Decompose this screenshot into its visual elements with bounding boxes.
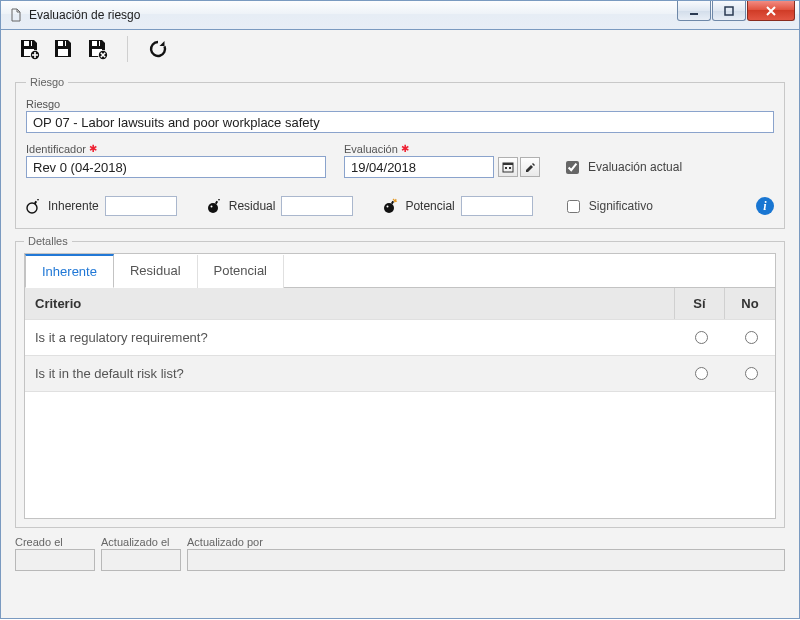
actualizado-label: Actualizado el (101, 536, 181, 548)
tab-residual[interactable]: Residual (114, 255, 198, 288)
svg-point-21 (208, 203, 218, 213)
required-icon: ✱ (401, 143, 409, 154)
document-icon (9, 8, 23, 22)
tab-inherente[interactable]: Inherente (25, 254, 114, 288)
save-new-button[interactable] (17, 37, 41, 61)
svg-rect-8 (63, 41, 65, 46)
svg-rect-9 (58, 49, 68, 56)
toolbar (1, 36, 799, 70)
svg-rect-1 (725, 7, 733, 15)
svg-rect-0 (690, 13, 698, 15)
save-delete-button[interactable] (85, 37, 109, 61)
toolbar-separator (127, 36, 128, 62)
creado-value (15, 549, 95, 571)
table-row: Is it a regulatory requirement? (25, 320, 775, 356)
potencial-value-input[interactable] (461, 196, 533, 216)
cell-criterio: Is it in the default risk list? (25, 358, 675, 389)
identificador-input[interactable] (26, 156, 326, 178)
svg-point-26 (387, 206, 389, 208)
cell-criterio: Is it a regulatory requirement? (25, 322, 675, 353)
radio-si[interactable] (695, 367, 708, 380)
evaluacion-actual-checkbox[interactable]: Evaluación actual (562, 156, 682, 178)
inherente-value-input[interactable] (105, 196, 177, 216)
actualizado-por-label: Actualizado por (187, 536, 785, 548)
edit-date-icon[interactable] (520, 157, 540, 177)
minimize-button[interactable] (677, 1, 711, 21)
col-si: Sí (675, 288, 725, 319)
svg-rect-18 (509, 167, 511, 169)
potencial-risk-label: Potencial (405, 199, 454, 213)
refresh-button[interactable] (146, 37, 170, 61)
evaluacion-label: Evaluación✱ (344, 143, 540, 155)
evaluacion-actual-input[interactable] (566, 161, 579, 174)
riesgo-label: Riesgo (26, 98, 774, 110)
riesgo-legend: Riesgo (26, 76, 68, 88)
creado-label: Creado el (15, 536, 95, 548)
actualizado-por-value (187, 549, 785, 571)
required-icon: ✱ (89, 143, 97, 154)
window-title: Evaluación de riesgo (29, 8, 140, 22)
tabstrip: Inherente Residual Potencial (25, 254, 775, 288)
tab-potencial[interactable]: Potencial (198, 255, 284, 288)
potencial-indicator: Potencial (383, 196, 532, 216)
significativo-checkbox[interactable]: Significativo (563, 197, 653, 216)
maximize-button[interactable] (712, 1, 746, 21)
significativo-label: Significativo (589, 199, 653, 213)
svg-rect-16 (503, 163, 513, 165)
radio-no[interactable] (745, 367, 758, 380)
app-body: Riesgo Riesgo Identificador✱ Evaluación✱ (0, 30, 800, 619)
svg-point-23 (210, 206, 212, 208)
radio-no[interactable] (745, 331, 758, 344)
detalles-tabs: Inherente Residual Potencial Criterio Sí… (24, 253, 776, 519)
grid-body: Is it a regulatory requirement? Is it in… (25, 320, 775, 518)
criteria-grid: Criterio Sí No Is it a regulatory requir… (25, 288, 775, 518)
bomb-icon (383, 198, 399, 214)
svg-rect-3 (29, 41, 31, 46)
residual-indicator: Residual (207, 196, 354, 216)
evaluacion-actual-label: Evaluación actual (588, 160, 682, 174)
detalles-legend: Detalles (24, 235, 72, 247)
inherente-risk-label: Inherente (48, 199, 99, 213)
titlebar: Evaluación de riesgo (0, 0, 800, 30)
svg-point-24 (384, 203, 394, 213)
evaluacion-input[interactable] (344, 156, 494, 178)
svg-point-19 (27, 203, 37, 213)
identificador-label: Identificador✱ (26, 143, 326, 155)
detalles-group: Detalles Inherente Residual Potencial Cr… (15, 235, 785, 528)
svg-rect-17 (505, 167, 507, 169)
actualizado-value (101, 549, 181, 571)
col-no: No (725, 288, 775, 319)
info-icon[interactable]: i (756, 197, 774, 215)
window-controls (676, 1, 799, 21)
grid-header: Criterio Sí No (25, 288, 775, 320)
save-button[interactable] (51, 37, 75, 61)
radio-si[interactable] (695, 331, 708, 344)
residual-risk-label: Residual (229, 199, 276, 213)
audit-footer: Creado el Actualizado el Actualizado por (1, 534, 799, 577)
bomb-icon (207, 198, 223, 214)
residual-value-input[interactable] (281, 196, 353, 216)
significativo-input[interactable] (567, 200, 580, 213)
col-criterio: Criterio (25, 288, 675, 319)
riesgo-input[interactable] (26, 111, 774, 133)
table-row: Is it in the default risk list? (25, 356, 775, 392)
riesgo-group: Riesgo Riesgo Identificador✱ Evaluación✱ (15, 76, 785, 229)
inherente-indicator: Inherente (26, 196, 177, 216)
svg-rect-11 (97, 41, 99, 46)
bomb-icon (26, 198, 42, 214)
calendar-icon[interactable] (498, 157, 518, 177)
close-button[interactable] (747, 1, 795, 21)
